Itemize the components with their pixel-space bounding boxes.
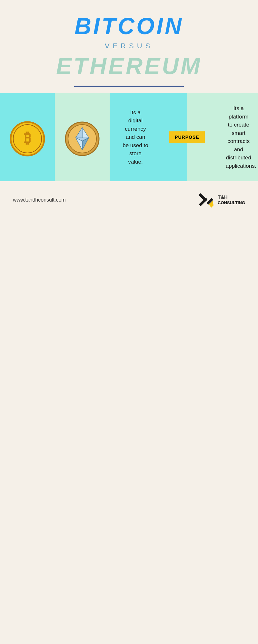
comparison-area: ₿ Its a digital currency and can be [0, 93, 258, 181]
footer: www.tandhconsult.com T&H CONSULTING [0, 181, 258, 218]
logos-row: ₿ [0, 93, 110, 181]
footer-brand-line2: CONSULTING [218, 200, 245, 206]
bitcoin-title: BITCOIN [6, 13, 252, 39]
header-divider [74, 86, 184, 87]
purpose-badge: PURPOSE [169, 131, 205, 143]
svg-text:₿: ₿ [24, 130, 31, 146]
footer-logo-area: T&H CONSULTING [197, 191, 245, 209]
purpose-left: Its a digital currency and can be used t… [123, 109, 148, 166]
ethereum-title: ETHEREUM [6, 53, 252, 79]
purpose-row: Its a digital currency and can be used t… [110, 93, 258, 181]
ethereum-logo [64, 121, 100, 156]
versus-label: VERSUS [6, 42, 252, 50]
footer-brand-line1: T&H [218, 194, 245, 200]
header: BITCOIN VERSUS ETHEREUM [0, 0, 258, 93]
bitcoin-logo: ₿ [10, 121, 45, 156]
footer-url: www.tandhconsult.com [13, 197, 66, 203]
purpose-right: Its a platform to create smart contracts… [226, 104, 252, 170]
footer-brand: T&H CONSULTING [218, 194, 245, 205]
footer-logo-icon [197, 191, 214, 209]
